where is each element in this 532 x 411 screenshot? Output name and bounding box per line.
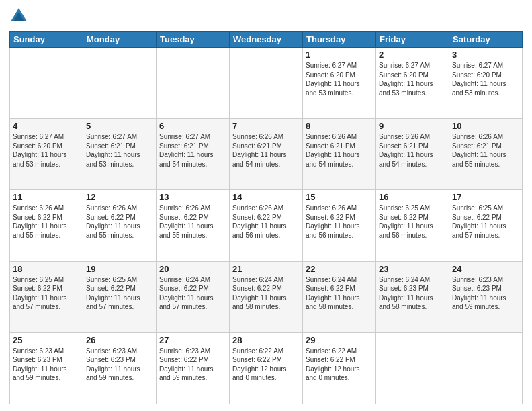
day-cell: 1Sunrise: 6:27 AMSunset: 6:20 PMDaylight… — [303, 48, 376, 119]
day-info: Sunrise: 6:25 AMSunset: 6:22 PMDaylight:… — [13, 275, 80, 312]
day-cell: 18Sunrise: 6:25 AMSunset: 6:22 PMDayligh… — [10, 261, 83, 332]
day-info: Sunrise: 6:26 AMSunset: 6:22 PMDaylight:… — [13, 203, 80, 240]
day-cell — [83, 48, 157, 119]
day-cell: 7Sunrise: 6:26 AMSunset: 6:21 PMDaylight… — [230, 119, 303, 190]
day-cell: 19Sunrise: 6:25 AMSunset: 6:22 PMDayligh… — [83, 261, 157, 332]
day-number: 14 — [232, 192, 300, 202]
day-cell — [10, 48, 83, 119]
day-cell: 26Sunrise: 6:23 AMSunset: 6:23 PMDayligh… — [83, 332, 157, 404]
day-cell — [230, 48, 303, 119]
day-cell: 3Sunrise: 6:27 AMSunset: 6:20 PMDaylight… — [449, 48, 523, 119]
day-info: Sunrise: 6:24 AMSunset: 6:22 PMDaylight:… — [232, 275, 300, 312]
day-info: Sunrise: 6:25 AMSunset: 6:22 PMDaylight:… — [379, 203, 446, 240]
day-number: 20 — [159, 264, 226, 274]
day-number: 18 — [13, 264, 80, 274]
day-info: Sunrise: 6:26 AMSunset: 6:22 PMDaylight:… — [86, 203, 153, 240]
day-cell: 21Sunrise: 6:24 AMSunset: 6:22 PMDayligh… — [230, 261, 303, 332]
week-row-2: 11Sunrise: 6:26 AMSunset: 6:22 PMDayligh… — [10, 190, 523, 261]
day-info: Sunrise: 6:27 AMSunset: 6:20 PMDaylight:… — [306, 61, 373, 97]
day-number: 23 — [379, 264, 446, 274]
day-number: 3 — [452, 50, 519, 60]
day-info: Sunrise: 6:24 AMSunset: 6:23 PMDaylight:… — [379, 275, 446, 312]
weekday-header-friday: Friday — [376, 32, 449, 48]
day-cell: 27Sunrise: 6:23 AMSunset: 6:22 PMDayligh… — [157, 332, 230, 404]
day-cell: 9Sunrise: 6:26 AMSunset: 6:21 PMDaylight… — [376, 119, 449, 190]
day-number: 25 — [13, 335, 80, 345]
day-info: Sunrise: 6:23 AMSunset: 6:23 PMDaylight:… — [86, 347, 153, 383]
day-info: Sunrise: 6:22 AMSunset: 6:22 PMDaylight:… — [232, 347, 300, 383]
weekday-header-thursday: Thursday — [303, 32, 376, 48]
day-number: 5 — [86, 121, 153, 131]
day-cell: 28Sunrise: 6:22 AMSunset: 6:22 PMDayligh… — [230, 332, 303, 404]
day-number: 1 — [306, 50, 373, 60]
day-number: 24 — [452, 264, 519, 274]
weekday-header-sunday: Sunday — [10, 32, 83, 48]
day-info: Sunrise: 6:26 AMSunset: 6:21 PMDaylight:… — [306, 132, 373, 169]
day-info: Sunrise: 6:27 AMSunset: 6:21 PMDaylight:… — [159, 132, 226, 169]
day-number: 16 — [379, 192, 446, 202]
day-info: Sunrise: 6:25 AMSunset: 6:22 PMDaylight:… — [452, 203, 519, 240]
day-cell: 6Sunrise: 6:27 AMSunset: 6:21 PMDaylight… — [157, 119, 230, 190]
weekday-header-tuesday: Tuesday — [157, 32, 230, 48]
day-info: Sunrise: 6:27 AMSunset: 6:20 PMDaylight:… — [13, 132, 80, 169]
day-info: Sunrise: 6:26 AMSunset: 6:22 PMDaylight:… — [232, 203, 300, 240]
day-info: Sunrise: 6:26 AMSunset: 6:21 PMDaylight:… — [232, 132, 300, 169]
page: SundayMondayTuesdayWednesdayThursdayFrid… — [0, 0, 532, 411]
day-cell: 25Sunrise: 6:23 AMSunset: 6:23 PMDayligh… — [10, 332, 83, 404]
day-info: Sunrise: 6:22 AMSunset: 6:22 PMDaylight:… — [306, 347, 373, 383]
day-cell: 11Sunrise: 6:26 AMSunset: 6:22 PMDayligh… — [10, 190, 83, 261]
day-number: 13 — [159, 192, 226, 202]
day-number: 29 — [306, 335, 373, 345]
day-cell: 4Sunrise: 6:27 AMSunset: 6:20 PMDaylight… — [10, 119, 83, 190]
day-cell: 24Sunrise: 6:23 AMSunset: 6:23 PMDayligh… — [449, 261, 523, 332]
day-number: 9 — [379, 121, 446, 131]
calendar-table: SundayMondayTuesdayWednesdayThursdayFrid… — [9, 31, 523, 404]
logo-icon — [9, 7, 28, 26]
logo — [9, 7, 31, 26]
day-number: 21 — [232, 264, 300, 274]
day-cell: 13Sunrise: 6:26 AMSunset: 6:22 PMDayligh… — [157, 190, 230, 261]
day-number: 6 — [159, 121, 226, 131]
day-number: 10 — [452, 121, 519, 131]
week-row-4: 25Sunrise: 6:23 AMSunset: 6:23 PMDayligh… — [10, 332, 523, 404]
day-info: Sunrise: 6:26 AMSunset: 6:22 PMDaylight:… — [306, 203, 373, 240]
day-info: Sunrise: 6:26 AMSunset: 6:21 PMDaylight:… — [452, 132, 519, 169]
week-row-3: 18Sunrise: 6:25 AMSunset: 6:22 PMDayligh… — [10, 261, 523, 332]
day-cell — [449, 332, 523, 404]
day-number: 19 — [86, 264, 153, 274]
day-info: Sunrise: 6:26 AMSunset: 6:22 PMDaylight:… — [159, 203, 226, 240]
day-info: Sunrise: 6:23 AMSunset: 6:22 PMDaylight:… — [159, 347, 226, 383]
day-number: 15 — [306, 192, 373, 202]
day-cell: 5Sunrise: 6:27 AMSunset: 6:21 PMDaylight… — [83, 119, 157, 190]
day-number: 28 — [232, 335, 300, 345]
day-cell: 20Sunrise: 6:24 AMSunset: 6:22 PMDayligh… — [157, 261, 230, 332]
day-cell: 14Sunrise: 6:26 AMSunset: 6:22 PMDayligh… — [230, 190, 303, 261]
day-cell: 15Sunrise: 6:26 AMSunset: 6:22 PMDayligh… — [303, 190, 376, 261]
day-cell: 8Sunrise: 6:26 AMSunset: 6:21 PMDaylight… — [303, 119, 376, 190]
day-number: 22 — [306, 264, 373, 274]
weekday-header-monday: Monday — [83, 32, 157, 48]
day-info: Sunrise: 6:27 AMSunset: 6:21 PMDaylight:… — [86, 132, 153, 169]
day-info: Sunrise: 6:23 AMSunset: 6:23 PMDaylight:… — [13, 347, 80, 383]
day-info: Sunrise: 6:24 AMSunset: 6:22 PMDaylight:… — [159, 275, 226, 312]
weekday-header-saturday: Saturday — [449, 32, 523, 48]
day-info: Sunrise: 6:25 AMSunset: 6:22 PMDaylight:… — [86, 275, 153, 312]
day-cell: 29Sunrise: 6:22 AMSunset: 6:22 PMDayligh… — [303, 332, 376, 404]
day-cell: 12Sunrise: 6:26 AMSunset: 6:22 PMDayligh… — [83, 190, 157, 261]
day-cell — [157, 48, 230, 119]
day-number: 2 — [379, 50, 446, 60]
day-number: 26 — [86, 335, 153, 345]
day-cell: 2Sunrise: 6:27 AMSunset: 6:20 PMDaylight… — [376, 48, 449, 119]
day-cell: 10Sunrise: 6:26 AMSunset: 6:21 PMDayligh… — [449, 119, 523, 190]
day-number: 11 — [13, 192, 80, 202]
day-cell — [376, 332, 449, 404]
day-info: Sunrise: 6:27 AMSunset: 6:20 PMDaylight:… — [452, 61, 519, 97]
week-row-1: 4Sunrise: 6:27 AMSunset: 6:20 PMDaylight… — [10, 119, 523, 190]
header — [9, 7, 523, 26]
day-cell: 17Sunrise: 6:25 AMSunset: 6:22 PMDayligh… — [449, 190, 523, 261]
weekday-header-row: SundayMondayTuesdayWednesdayThursdayFrid… — [10, 32, 523, 48]
day-info: Sunrise: 6:24 AMSunset: 6:22 PMDaylight:… — [306, 275, 373, 312]
day-info: Sunrise: 6:27 AMSunset: 6:20 PMDaylight:… — [379, 61, 446, 97]
day-info: Sunrise: 6:26 AMSunset: 6:21 PMDaylight:… — [379, 132, 446, 169]
day-number: 27 — [159, 335, 226, 345]
